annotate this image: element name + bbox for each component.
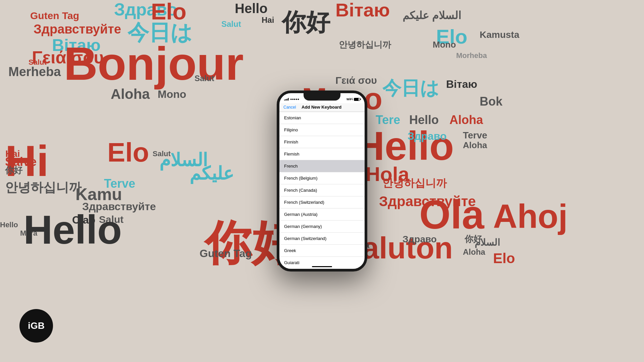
bg-word: Hello xyxy=(23,209,122,250)
phone-frame: ●●●●● 9:41 WiFi Cancel Add New Keyboard … xyxy=(277,90,367,272)
keyboard-list-item-finnish[interactable]: Finnish xyxy=(279,136,365,148)
bg-word: Здраво xyxy=(402,235,437,244)
bg-word: Hello xyxy=(0,221,18,229)
keyboard-list-item-gujarati[interactable]: Gujarati xyxy=(279,257,365,264)
signal-bar-5 xyxy=(288,98,289,101)
igb-logo: iGB xyxy=(19,309,53,343)
keyboard-list-item-filipino[interactable]: Filipino xyxy=(279,124,365,136)
bg-word: السلام عليكم xyxy=(402,10,461,21)
wifi-icon: WiFi xyxy=(346,98,353,101)
nav-title: Add New Keyboard xyxy=(296,105,347,110)
keyboard-list-item-french-canada[interactable]: French (Canada) xyxy=(279,184,365,196)
keyboard-list-item-french-belgium[interactable]: French (Belgium) xyxy=(279,172,365,184)
bg-word: Elo xyxy=(107,139,149,166)
bg-word: Вітаю xyxy=(335,1,390,19)
bg-word: Aloha xyxy=(463,248,485,256)
bg-word: Guten Tag xyxy=(200,248,252,259)
carrier-icon: ●●●●● xyxy=(290,98,299,101)
keyboard-list-item-german-switzerland[interactable]: German (Switzerland) xyxy=(279,233,365,245)
battery-fill xyxy=(354,98,359,101)
bg-word: Aloha xyxy=(463,141,487,149)
bg-word: Mono xyxy=(158,89,186,100)
signal-bar-1 xyxy=(284,100,285,101)
phone-notch xyxy=(304,93,340,101)
bg-word: Aloha xyxy=(111,87,150,101)
nav-bar: Cancel Add New Keyboard xyxy=(279,103,365,112)
bg-word: Kamusta xyxy=(480,30,519,40)
keyboard-list-item-german-germany[interactable]: German (Germany) xyxy=(279,221,365,233)
keyboard-list-item-french[interactable]: French xyxy=(279,160,365,172)
keyboard-list-item-flemish[interactable]: Flemish xyxy=(279,148,365,160)
bg-word: Aloha xyxy=(449,114,483,126)
bg-word: 안녕하십니까 xyxy=(339,40,391,49)
keyboard-list-item-greek[interactable]: Greek xyxy=(279,245,365,257)
bg-word: Здравствуйте xyxy=(34,23,121,36)
bg-word: Ahoj xyxy=(493,199,568,233)
bg-word: Hello xyxy=(235,2,268,15)
home-bar xyxy=(312,266,332,267)
bg-word: Salut xyxy=(221,20,241,28)
bg-word: 你好 xyxy=(5,166,22,175)
bg-word: Bok xyxy=(480,96,502,108)
bg-word: Morheba xyxy=(456,52,487,59)
signal-bars xyxy=(284,98,289,101)
keyboard-list[interactable]: EstonianFilipinoFinnishFlemishFrenchFren… xyxy=(279,112,365,264)
home-indicator xyxy=(279,264,365,269)
bg-word: Elo xyxy=(493,251,515,265)
bg-word: 今日は xyxy=(382,79,439,98)
bg-word: 안녕하십니까 xyxy=(5,181,82,194)
bg-word: Terve xyxy=(463,131,487,140)
bg-word: Ola xyxy=(419,194,484,235)
bg-word: السلام xyxy=(475,238,500,247)
keyboard-list-item-french-switzerland[interactable]: French (Switzerland) xyxy=(279,196,365,208)
bg-word: Hai xyxy=(262,16,274,24)
bg-word: Salut xyxy=(195,74,214,82)
bg-word: Mono xyxy=(433,40,456,49)
bg-word: Вітаю xyxy=(446,79,477,89)
status-right: WiFi xyxy=(346,98,360,101)
bg-word: Elo xyxy=(151,0,186,23)
status-left: ●●●●● xyxy=(284,98,299,101)
bg-word: Guten Tag xyxy=(30,11,79,21)
bg-word: Bonjour xyxy=(64,40,244,87)
bg-word: Здраво xyxy=(408,131,447,141)
signal-bar-4 xyxy=(287,99,288,101)
keyboard-list-item-german-austria[interactable]: German (Austria) xyxy=(279,208,365,221)
phone-wrapper: ●●●●● 9:41 WiFi Cancel Add New Keyboard … xyxy=(277,90,367,272)
cancel-button[interactable]: Cancel xyxy=(283,105,296,110)
keyboard-list-item-estonian[interactable]: Estonian xyxy=(279,112,365,124)
signal-bar-3 xyxy=(286,99,287,101)
signal-bar-2 xyxy=(285,99,286,101)
bg-word: Merheba xyxy=(8,65,61,78)
battery-icon xyxy=(354,98,360,101)
bg-word: عليكم xyxy=(190,164,234,182)
bg-word: 你好 xyxy=(282,10,330,34)
igb-text: iGB xyxy=(28,320,45,331)
bg-word: 안녕하십니까 xyxy=(382,178,447,188)
